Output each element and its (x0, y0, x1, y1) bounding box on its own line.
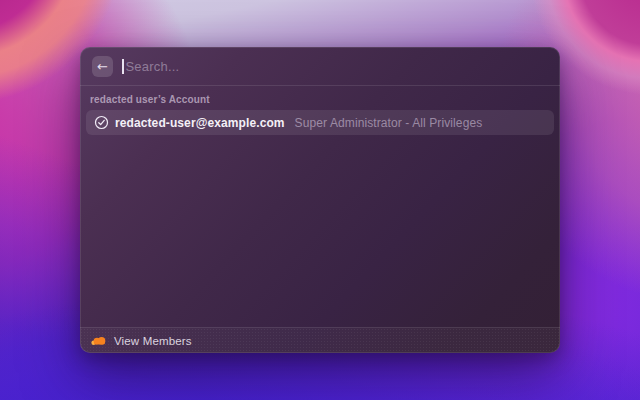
section-header: redacted user’s Account (80, 86, 560, 109)
desktop-wallpaper: ← Search... redacted user’s Account reda… (0, 0, 640, 400)
search-placeholder: Search... (126, 59, 180, 74)
check-circle-icon (94, 115, 109, 130)
account-role: Super Administrator - All Privileges (295, 116, 483, 130)
view-members-label: View Members (114, 335, 192, 347)
cloudflare-cloud-icon (90, 335, 107, 346)
results-empty-area (80, 135, 560, 327)
search-bar: ← Search... (80, 47, 560, 86)
view-members-footer[interactable]: View Members (80, 327, 560, 353)
search-input[interactable]: Search... (122, 47, 548, 85)
account-email: redacted-user@example.com (115, 116, 285, 130)
text-caret (122, 59, 124, 74)
account-search-window: ← Search... redacted user’s Account reda… (80, 47, 560, 353)
account-row[interactable]: redacted-user@example.com Super Administ… (86, 110, 554, 135)
back-arrow-icon: ← (97, 56, 108, 77)
back-button[interactable]: ← (92, 56, 113, 77)
